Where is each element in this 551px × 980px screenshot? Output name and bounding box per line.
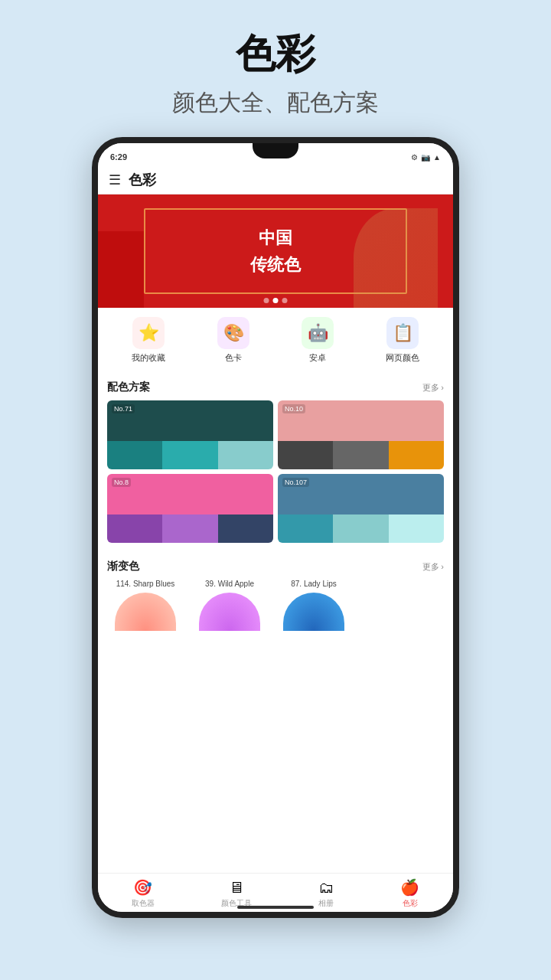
palette-num-107: No.107 — [282, 478, 309, 487]
phone-notch — [253, 143, 298, 158]
palette-num-10: No.10 — [282, 404, 305, 413]
gradient-more[interactable]: 更多 › — [422, 561, 444, 573]
status-icons: ⚙ 📷 ▲ — [411, 153, 441, 162]
tools-icon: 🖥 — [229, 879, 244, 897]
gradient-row: 114. Sharp Blues 39. Wild Apple 87. Lady… — [107, 580, 444, 637]
banner[interactable]: 中国 传统色 — [98, 194, 453, 308]
swatch-10-2 — [333, 441, 388, 470]
nav-album[interactable]: 🗂 相册 — [318, 879, 334, 909]
palette-top-8 — [107, 474, 273, 514]
android-icon: 🤖 — [302, 317, 334, 349]
category-favorites[interactable]: ⭐ 我的收藏 — [132, 317, 165, 364]
home-indicator — [237, 906, 314, 909]
banner-left-deco — [98, 231, 144, 308]
main-scroll[interactable]: 中国 传统色 ⭐ 我的收藏 🎨 色卡 — [98, 194, 453, 912]
settings-icon: ⚙ — [411, 153, 418, 162]
page-bg-title: 色彩 — [172, 28, 379, 81]
palette-card-10[interactable]: No.10 — [278, 400, 444, 469]
category-android[interactable]: 🤖 安卓 — [302, 317, 334, 364]
palette-bottom-107 — [278, 514, 444, 544]
gradient-39[interactable]: 39. Wild Apple — [191, 580, 268, 631]
card-icon: 🎨 — [217, 317, 249, 349]
swatch-10-3 — [389, 441, 444, 470]
page-bg-subtitle: 颜色大全、配色方案 — [172, 87, 379, 119]
swatch-8-2 — [162, 514, 217, 544]
swatch-8-3 — [218, 514, 273, 544]
album-label: 相册 — [318, 898, 334, 909]
swatch-107-3 — [389, 514, 444, 544]
dot-3 — [282, 298, 288, 303]
category-web[interactable]: 📋 网页颜色 — [386, 317, 419, 364]
palette-title: 配色方案 — [107, 381, 150, 394]
web-icon: 📋 — [386, 317, 419, 349]
app-title: 色彩 — [129, 171, 156, 189]
swatch-107-2 — [333, 514, 388, 544]
android-label: 安卓 — [309, 352, 326, 364]
swatch-8-1 — [107, 514, 162, 544]
app-header: ☰ 色彩 — [98, 166, 453, 194]
swatch-107-1 — [278, 514, 333, 544]
nav-color[interactable]: 🍎 色彩 — [400, 878, 419, 909]
palette-bottom-8 — [107, 514, 273, 544]
palette-card-8[interactable]: No.8 — [107, 474, 273, 543]
dot-1 — [264, 298, 269, 303]
picker-label: 取色器 — [132, 898, 155, 909]
nav-picker[interactable]: 🎯 取色器 — [132, 878, 155, 909]
palette-card-107[interactable]: No.107 — [278, 474, 444, 543]
dot-2 — [273, 298, 279, 303]
palette-num-71: No.71 — [112, 404, 135, 413]
banner-dots — [264, 298, 288, 303]
palettes-grid: No.71 No.10 — [107, 400, 444, 543]
card-label: 色卡 — [225, 352, 242, 364]
gradient-87-label: 87. Lady Lips — [291, 580, 337, 588]
gradient-87[interactable]: 87. Lady Lips — [276, 580, 352, 631]
gradient-39-label: 39. Wild Apple — [205, 580, 254, 588]
gradient-section-header: 渐变色 更多 › — [107, 560, 444, 573]
gradient-114-label: 114. Sharp Blues — [116, 580, 175, 588]
picker-icon: 🎯 — [133, 878, 152, 897]
palette-section: 配色方案 更多 › No.71 — [98, 374, 453, 549]
gradient-114-circle — [115, 593, 176, 631]
palette-bottom-10 — [278, 441, 444, 470]
page-header: 色彩 颜色大全、配色方案 — [172, 0, 379, 119]
swatch-71-2 — [162, 441, 217, 470]
nav-tools[interactable]: 🖥 颜色工具 — [221, 879, 252, 909]
swatch-71-1 — [107, 441, 162, 470]
color-label: 色彩 — [403, 898, 418, 909]
palette-swatches-8 — [107, 474, 273, 543]
gradient-section: 渐变色 更多 › 114. Sharp Blues 39. Wild Apple — [98, 554, 453, 640]
swatch-10-1 — [278, 441, 333, 470]
favorites-icon: ⭐ — [132, 317, 165, 349]
gradient-114[interactable]: 114. Sharp Blues — [107, 580, 184, 631]
palette-more[interactable]: 更多 › — [422, 382, 444, 394]
web-label: 网页颜色 — [386, 352, 419, 364]
swatch-71-3 — [218, 441, 273, 470]
phone-frame: 6:29 ⚙ 📷 ▲ ☰ 色彩 中国 传统色 — [92, 137, 459, 918]
category-row: ⭐ 我的收藏 🎨 色卡 🤖 安卓 📋 网页颜色 — [98, 308, 453, 370]
favorites-label: 我的收藏 — [132, 352, 165, 364]
signal-icon: ▲ — [433, 153, 441, 162]
status-time: 6:29 — [110, 152, 127, 162]
palette-section-header: 配色方案 更多 › — [107, 381, 444, 394]
gradient-39-circle — [199, 593, 260, 631]
color-icon: 🍎 — [400, 878, 419, 897]
banner-right-deco — [354, 208, 438, 308]
album-icon: 🗂 — [318, 879, 334, 897]
phone-content: ☰ 色彩 中国 传统色 — [98, 166, 453, 912]
palette-bottom-71 — [107, 441, 273, 470]
palette-num-8: No.8 — [112, 478, 131, 487]
notification-icon: 📷 — [421, 153, 430, 162]
banner-text: 中国 传统色 — [250, 224, 301, 278]
gradient-87-circle — [283, 593, 344, 631]
palette-card-71[interactable]: No.71 — [107, 400, 273, 469]
gradient-title: 渐变色 — [107, 560, 139, 573]
menu-icon[interactable]: ☰ — [109, 172, 121, 188]
category-card[interactable]: 🎨 色卡 — [217, 317, 249, 364]
